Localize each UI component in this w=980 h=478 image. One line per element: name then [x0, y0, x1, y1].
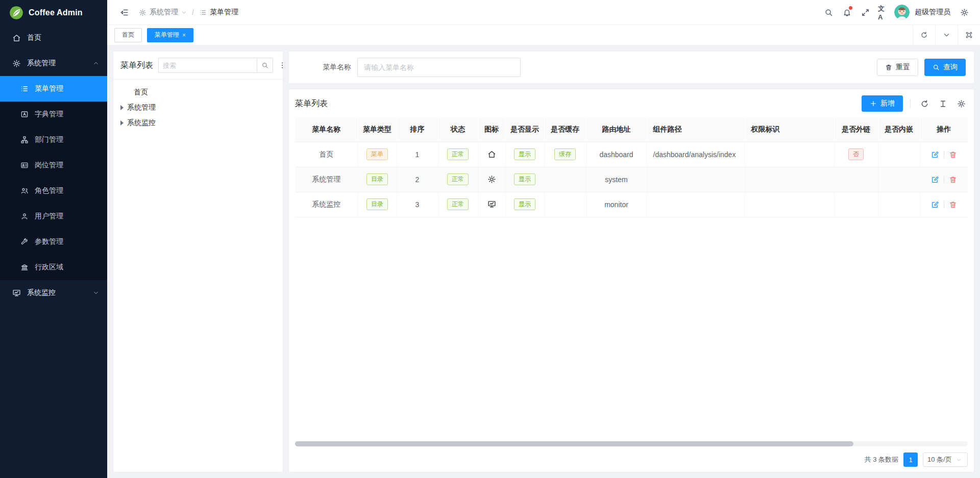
tree-more-button[interactable]	[278, 61, 286, 69]
add-button[interactable]: 新增	[862, 95, 903, 112]
delete-button[interactable]	[949, 175, 957, 184]
settings-button[interactable]	[957, 5, 972, 20]
notifications-button[interactable]	[839, 5, 854, 20]
cell-route: monitor	[586, 192, 647, 217]
breadcrumb-parent[interactable]: 系统管理	[150, 8, 178, 17]
collapse-sidebar-button[interactable]	[116, 5, 132, 20]
fullscreen-expand-icon	[861, 8, 870, 17]
cell-menu-name: 首页	[295, 142, 358, 167]
gear-icon	[960, 8, 969, 17]
col-component: 组件路径	[647, 118, 745, 142]
sidebar-item-dict-mgmt[interactable]: 字典管理	[0, 102, 107, 127]
refresh-table-button[interactable]	[918, 97, 931, 110]
sidebar-item-home[interactable]: 首页	[0, 25, 107, 51]
dictionary-icon	[20, 110, 29, 118]
chevron-down-icon	[93, 290, 99, 296]
tree-item-home[interactable]: 首页	[116, 85, 280, 100]
menu-type-badge: 目录	[366, 173, 388, 185]
tab-options-button[interactable]	[935, 25, 958, 45]
monitor-icon	[12, 289, 21, 297]
main-area: 系统管理 / 菜单管理 文A 超级管理员	[107, 0, 980, 478]
pagination: 共 3 条数据 1 10 条/页	[295, 447, 968, 472]
cell-menu-name: 系统监控	[295, 192, 358, 217]
edit-button[interactable]	[931, 150, 939, 159]
avatar[interactable]	[894, 5, 910, 20]
edit-icon	[931, 175, 939, 184]
tree-item-system-mgmt[interactable]: 系统管理	[116, 100, 280, 115]
tree-search-button[interactable]	[257, 58, 273, 73]
home-icon	[487, 150, 496, 159]
menu-name-input[interactable]	[357, 58, 521, 77]
caret-right-icon[interactable]	[120, 120, 124, 125]
bank-icon	[20, 263, 29, 271]
filter-actions: 重置 查询	[877, 59, 966, 76]
col-visible: 是否显示	[505, 118, 544, 142]
sidebar-item-param-mgmt[interactable]: 参数管理	[0, 229, 107, 255]
caret-right-icon[interactable]	[120, 105, 124, 110]
tree-search	[158, 58, 273, 73]
card-actions: 新增	[862, 95, 968, 112]
edit-button[interactable]	[931, 175, 939, 184]
refresh-page-button[interactable]	[913, 25, 935, 45]
sidebar-item-menu-mgmt[interactable]: 菜单管理	[0, 76, 107, 102]
card-title: 菜单列表	[295, 98, 328, 109]
scrollbar-thumb[interactable]	[295, 441, 853, 446]
tree-search-input[interactable]	[158, 58, 257, 73]
page-size-select[interactable]: 10 条/页	[923, 452, 968, 467]
user-name[interactable]: 超级管理员	[915, 8, 950, 17]
org-chart-icon	[20, 136, 29, 144]
brand-name: Coffee Admin	[29, 8, 83, 17]
delete-button[interactable]	[949, 200, 957, 209]
language-switch-button[interactable]: 文A	[876, 5, 891, 20]
menu-list-card: 菜单列表 新增	[289, 89, 974, 472]
edit-button[interactable]	[931, 200, 939, 209]
sidebar-item-label: 角色管理	[35, 186, 63, 195]
breadcrumb-separator: /	[192, 8, 194, 16]
sidebar-item-label: 行政区域	[35, 263, 63, 272]
col-embedded: 是否内嵌	[878, 118, 920, 142]
row-height-button[interactable]	[936, 97, 949, 110]
chevron-down-icon	[181, 10, 187, 15]
sidebar-item-user-mgmt[interactable]: 用户管理	[0, 204, 107, 229]
refresh-icon	[920, 99, 929, 108]
sidebar-item-admin-region[interactable]: 行政区域	[0, 255, 107, 280]
menu-table: 菜单名称 菜单类型 排序 状态 图标 是否显示 是否缓存 路由地址 组件路径 权…	[295, 118, 968, 217]
query-button[interactable]: 查询	[924, 59, 966, 76]
user-group-icon	[20, 187, 29, 195]
reset-button[interactable]: 重置	[877, 59, 918, 76]
fullscreen-button[interactable]	[857, 5, 873, 20]
page-1-button[interactable]: 1	[903, 452, 918, 467]
app-logo[interactable]: Coffee Admin	[0, 0, 107, 25]
sidebar-item-dept-mgmt[interactable]: 部门管理	[0, 127, 107, 153]
tab-label: 首页	[122, 31, 134, 39]
sidebar-item-label: 岗位管理	[35, 161, 63, 170]
sidebar-item-system-monitor[interactable]: 系统监控	[0, 280, 107, 306]
cache-badge: 缓存	[554, 148, 576, 160]
sidebar-item-label: 系统管理	[27, 59, 56, 68]
sidebar-item-system-mgmt[interactable]: 系统管理	[0, 51, 107, 76]
gear-icon	[487, 175, 496, 184]
search-button[interactable]	[821, 5, 836, 20]
cell-permission	[745, 142, 834, 167]
column-settings-button[interactable]	[954, 97, 968, 110]
tree-item-system-monitor[interactable]: 系统监控	[116, 115, 280, 131]
filter-bar: 菜单名称 重置 查询	[289, 52, 974, 83]
delete-button[interactable]	[949, 150, 957, 159]
table-row: 首页 菜单 1 正常 显示 缓存 dashboard /dashboard/an…	[295, 142, 968, 167]
sidebar-item-post-mgmt[interactable]: 岗位管理	[0, 153, 107, 178]
visible-badge: 显示	[514, 198, 535, 210]
cell-external	[834, 192, 878, 217]
tree-body: 首页 系统管理 系统监控	[113, 80, 283, 136]
horizontal-scrollbar[interactable]	[295, 441, 968, 446]
close-tab-icon[interactable]: ×	[182, 32, 186, 38]
sidebar-item-role-mgmt[interactable]: 角色管理	[0, 178, 107, 204]
sidebar: Coffee Admin 首页 系统管理 菜单管理 字典管理 部门管理	[0, 0, 107, 478]
tab-home[interactable]: 首页	[114, 28, 142, 42]
cell-order: 3	[397, 192, 438, 217]
col-permission: 权限标识	[745, 118, 834, 142]
chevron-up-icon	[93, 60, 99, 66]
reset-label: 重置	[896, 63, 910, 72]
maximize-content-button[interactable]	[958, 25, 980, 45]
col-route: 路由地址	[586, 118, 647, 142]
tab-menu-mgmt[interactable]: 菜单管理 ×	[147, 28, 193, 42]
